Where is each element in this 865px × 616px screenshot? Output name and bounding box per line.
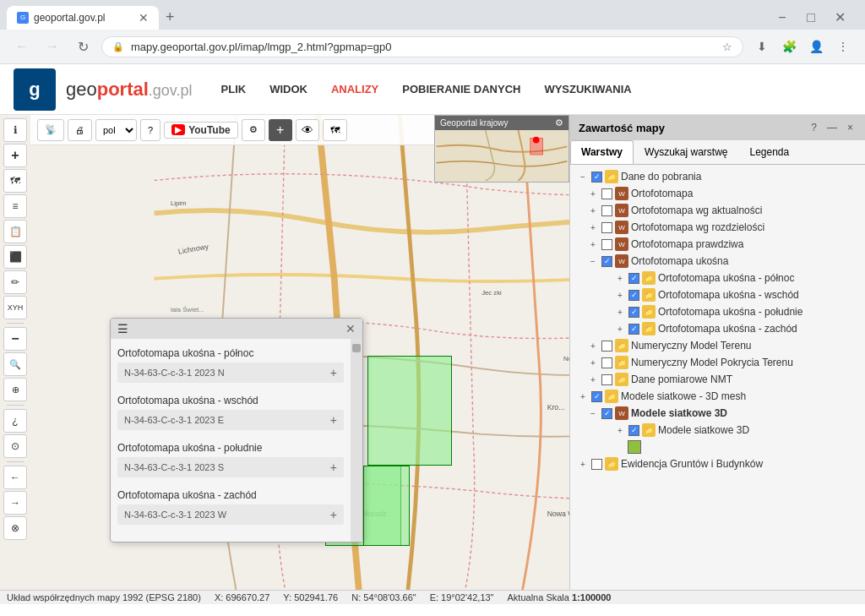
popup-scroll-thumb[interactable] [352, 344, 361, 352]
tree-checkbox-ms3d-sub[interactable]: ✓ [628, 425, 639, 436]
popup-scrollbar[interactable] [351, 339, 362, 542]
tree-expand-orto-uko-s[interactable]: + [614, 306, 626, 318]
address-bar[interactable]: 🔒 ☆ [101, 36, 743, 57]
tree-row-orto-akt[interactable]: + W Ortofotomapa wg aktualności [574, 202, 862, 219]
browser-tab[interactable]: G geoportal.gov.pl ✕ [7, 6, 159, 30]
profile-button[interactable]: 👤 [804, 35, 828, 58]
tree-row-orto-uko[interactable]: − ✓ W Ortofotomapa ukośna [574, 253, 862, 270]
map-toggle-button[interactable]: 🗺 [323, 119, 347, 141]
tree-checkbox-orto[interactable] [601, 188, 612, 199]
popup-header[interactable]: ☰ ✕ [111, 319, 362, 339]
tree-expand-nmpt[interactable]: + [587, 357, 599, 368]
tree-row-dpnmt[interactable]: + 📁 Dane pomiarowe NMT [574, 371, 862, 388]
tree-checkbox-orto-uko-n[interactable]: ✓ [628, 273, 639, 284]
gps-button[interactable]: 📡 [37, 119, 64, 141]
tree-row-orto-uko-e[interactable]: + ✓ 📁 Ortofotomapa ukośna - wschód [574, 286, 862, 303]
zoom-fit-button[interactable]: 🔍 [3, 352, 27, 376]
back-button[interactable]: ← [10, 35, 34, 58]
map-button[interactable]: 🗺 [3, 169, 27, 193]
help-tooltip-button[interactable]: ? [140, 119, 160, 141]
tree-checkbox-dpnmt[interactable] [601, 374, 612, 385]
close-button[interactable]: ✕ [828, 6, 851, 30]
tree-row-orto-uko-w[interactable]: + ✓ 📁 Ortofotomapa ukośna - zachód [574, 320, 862, 337]
restore-button[interactable]: □ [799, 6, 823, 30]
settings-button[interactable]: ⚙ [242, 119, 265, 141]
tree-checkbox-egib[interactable] [591, 459, 602, 470]
tree-checkbox-orto-uko-w[interactable]: ✓ [628, 324, 639, 335]
tree-expand-orto-uko-e[interactable]: + [614, 289, 626, 301]
tree-expand-egib[interactable]: + [577, 458, 589, 470]
popup-item-plus-0[interactable]: + [330, 366, 337, 379]
zoom-in-button[interactable]: + [3, 144, 27, 167]
downloads-button[interactable]: ⬇ [750, 35, 774, 58]
tree-expand-ms3d[interactable]: − [587, 407, 599, 419]
zoom-area-button[interactable]: ⊕ [3, 378, 27, 401]
tree-checkbox-ms3d[interactable]: ✓ [601, 408, 612, 419]
edit-button[interactable]: ✏ [3, 270, 27, 294]
nav-item-widok[interactable]: WIDOK [258, 76, 319, 102]
tree-row-nmpt[interactable]: + 📁 Numeryczny Model Pokrycia Terenu [574, 354, 862, 371]
eye-button[interactable]: 👁 [296, 119, 319, 141]
tree-expand-orto[interactable]: + [587, 188, 599, 199]
address-input[interactable] [131, 41, 715, 53]
tree-row-orto[interactable]: + W Ortofotomapa [574, 185, 862, 202]
tab-warstwy[interactable]: Warstwy [570, 140, 634, 164]
tree-expand-orto-akt[interactable]: + [587, 204, 599, 216]
nav-item-analizy[interactable]: ANALIZY [319, 76, 390, 102]
popup-item-plus-2[interactable]: + [330, 461, 337, 474]
popup-item-row-1[interactable]: N-34-63-C-c-3-1 2023 E + [117, 410, 344, 430]
help-button[interactable]: ¿ [3, 409, 27, 433]
tree-checkbox-mesh[interactable]: ✓ [591, 391, 602, 402]
tree-checkbox-orto-akt[interactable] [601, 205, 612, 216]
extensions-button[interactable]: 🧩 [777, 35, 801, 58]
new-tab-button[interactable]: + [159, 5, 182, 30]
add-button[interactable]: + [269, 119, 292, 141]
popup-item-plus-3[interactable]: + [330, 508, 337, 521]
nav-item-pobieranie[interactable]: POBIERANIE DANYCH [390, 76, 532, 102]
tree-row-egib[interactable]: + 📁 Ewidencja Gruntów i Budynków [574, 455, 862, 472]
tree-expand-dpnmt[interactable]: + [587, 373, 599, 385]
tree-checkbox-dane[interactable]: ✓ [591, 172, 602, 183]
menu-button[interactable]: ⋮ [831, 35, 855, 58]
tree-expand-mesh[interactable]: + [577, 390, 589, 402]
zoom-out-button[interactable]: − [3, 327, 27, 351]
tree-row-orto-uko-s[interactable]: + ✓ 📁 Ortofotomapa ukośna - południe [574, 303, 862, 320]
popup-item-row-0[interactable]: N-34-63-C-c-3-1 2023 N + [117, 363, 344, 383]
tree-expand-orto-rozd[interactable]: + [587, 221, 599, 233]
xyz-button[interactable]: XYH [3, 296, 27, 319]
tree-expand-orto-uko-n[interactable]: + [614, 272, 626, 284]
tab-wyszukaj[interactable]: Wyszukaj warstwę [634, 140, 739, 164]
tree-row-ms3d-sub[interactable]: + ✓ 📁 Modele siatkowe 3D [574, 422, 862, 439]
rp-help-button[interactable]: ? [808, 120, 820, 135]
tree-checkbox-orto-uko-s[interactable]: ✓ [628, 307, 639, 318]
rp-close-button[interactable]: × [844, 120, 857, 135]
language-select[interactable]: pol eng [95, 119, 137, 141]
tree-row-dane[interactable]: − ✓ 📁 Dane do pobrania [574, 168, 862, 185]
tree-row-orto-uko-n[interactable]: + ✓ 📁 Ortofotomapa ukośna - północ [574, 270, 862, 286]
circle-button[interactable]: ⊙ [3, 434, 27, 458]
reload-button[interactable]: ↻ [71, 35, 95, 58]
tree-checkbox-orto-uko-e[interactable]: ✓ [628, 290, 639, 301]
popup-item-row-2[interactable]: N-34-63-C-c-3-1 2023 S + [117, 457, 344, 477]
tree-row-orto-praw[interactable]: + W Ortofotomapa prawdziwa [574, 236, 862, 253]
nav-item-plik[interactable]: PLIK [209, 76, 258, 102]
popup-item-plus-1[interactable]: + [330, 413, 337, 427]
tree-row-mesh[interactable]: + ✓ 📁 Modele siatkowe - 3D mesh [574, 388, 862, 405]
tree-expand-orto-uko-w[interactable]: + [614, 323, 626, 335]
arrow-right-button[interactable]: → [3, 491, 27, 515]
tree-checkbox-orto-praw[interactable] [601, 239, 612, 250]
tree-checkbox-orto-rozd[interactable] [601, 222, 612, 233]
tree-expand-orto-uko[interactable]: − [587, 255, 599, 267]
tree-checkbox-nmt[interactable] [601, 341, 612, 352]
tab-legenda[interactable]: Legenda [738, 140, 800, 164]
minimize-button[interactable]: − [770, 6, 794, 30]
tab-close-button[interactable]: ✕ [139, 11, 149, 25]
cancel-button[interactable]: ⊗ [3, 516, 27, 540]
tree-checkbox-nmpt[interactable] [601, 357, 612, 368]
youtube-button[interactable]: ▶ YouTube [164, 122, 238, 139]
print-button[interactable]: 🖨 [68, 119, 92, 141]
tree-row-orto-rozd[interactable]: + W Ortofotomapa wg rozdzielości [574, 219, 862, 236]
clipboard-button[interactable]: 📋 [3, 220, 27, 243]
forward-button[interactable]: → [41, 35, 64, 58]
square-button[interactable]: ⬛ [3, 245, 27, 269]
